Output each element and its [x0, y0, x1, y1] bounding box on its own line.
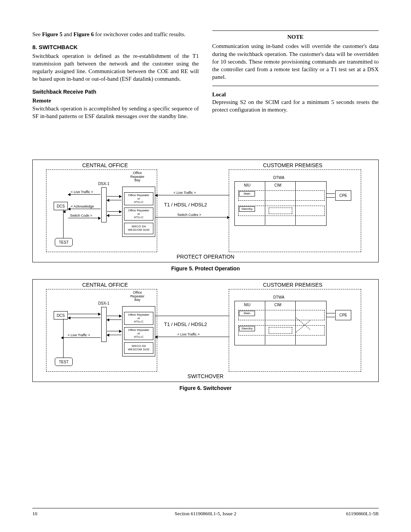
repeater-bottom: Office Repeater or HTU-C: [124, 208, 153, 220]
main-box: Main: [239, 191, 255, 197]
dtwa-label: DTWA: [273, 176, 284, 180]
figure-6-frame: CENTRAL OFFICE CUSTOMER PREMISES Office …: [32, 279, 379, 382]
right-column: NOTE Communication using in-band codes w…: [212, 30, 379, 121]
dtwa-outer: [234, 181, 327, 226]
cpe-box-6: CPE: [335, 310, 351, 320]
dtwa-outer-6: [234, 301, 327, 345]
section-8-body: Switchback operation is defined as the r…: [32, 52, 199, 83]
local-body: Depressing S2 on the SCIM card for a min…: [212, 98, 379, 114]
orb-label-6: Office Repeater Bay: [126, 291, 149, 302]
cpe-box: CPE: [335, 190, 351, 201]
niu-label: NIU: [244, 184, 250, 188]
dsx1-label: DSX-1: [98, 182, 109, 186]
standby-box: Standby: [239, 206, 255, 212]
local-label: Local: [212, 91, 379, 98]
central-office-label-6: CENTRAL OFFICE: [82, 282, 128, 288]
switch-code-label: Switch Code >: [70, 214, 92, 217]
figure6-ref: Figure 6: [73, 31, 94, 37]
switch-codes-label: Switch Codes >: [177, 213, 201, 217]
dtwa-label-6: DTWA: [273, 296, 284, 300]
line-live-top: [68, 194, 100, 195]
left-column: See Figure 5 and Figure 6 for switchover…: [32, 30, 199, 121]
note-title: NOTE: [212, 33, 379, 41]
live-traffic-label-2: < Live Traffic >: [174, 191, 196, 195]
remote-body: Switchback operation is accomplished by …: [32, 105, 199, 120]
inner-standby-dash-6: [269, 327, 292, 334]
live-traffic-label-3: < Live Traffic >: [68, 334, 90, 337]
section-8-heading: 8. SWITCHBACK: [32, 43, 199, 51]
test-box-6: TEST: [55, 358, 73, 366]
switchback-receive-path-heading: Switchback Receive Path: [32, 88, 199, 96]
t1-hdsl-label: T1 / HDSL / HDSL2: [164, 202, 207, 208]
dsx1-box-6: [101, 307, 107, 342]
test-vline: [63, 209, 64, 238]
figure-6-wrap: CENTRAL OFFICE CUSTOMER PREMISES Office …: [32, 279, 379, 391]
note-block: NOTE Communication using in-band codes w…: [212, 30, 379, 86]
customer-premises-label-6: CUSTOMER PREMISES: [263, 282, 322, 288]
main-box-6: Main: [239, 311, 255, 316]
dsx1-box: [101, 187, 107, 222]
acknowledge-label: < Acknowledge: [71, 205, 94, 208]
line-ack: [68, 209, 100, 209]
orb-label: Office Repeater Bay: [126, 171, 149, 182]
line-switch-code: [68, 218, 100, 218]
page-footer: 10 Section 61190860L1-5, Issue 2 6119086…: [32, 508, 379, 517]
figure-5-caption: Figure 5. Protect Operation: [32, 265, 379, 272]
protect-operation-label: PROTECT OPERATION: [33, 254, 378, 260]
switchover-label: SWITCHOVER: [33, 373, 378, 379]
repeater-bottom-6: Office Repeater or HTU-C: [124, 327, 153, 340]
figure-5-wrap: CENTRAL OFFICE CUSTOMER PREMISES Office …: [32, 160, 379, 272]
test-box: TEST: [55, 238, 73, 246]
live-traffic-label-1: < Live Traffic >: [71, 190, 93, 194]
dcs-box-6: DCS: [54, 311, 68, 320]
inner-standby-dash: [269, 208, 292, 214]
repeater-top: Office Repeater or HTU-C: [124, 192, 153, 205]
t1-hdsl-label-6: T1 / HDSL / HDSL2: [164, 321, 207, 327]
note-body: Communication using in-band codes will o…: [212, 42, 379, 81]
standby-box-6: Standby: [239, 326, 255, 331]
weco-box-6: WECO D4 WESCOM 3192: [124, 342, 153, 354]
line-live-6: [61, 337, 100, 338]
cim-label: CIM: [274, 184, 281, 188]
niu-label-6: NIU: [244, 303, 250, 307]
figure-6-caption: Figure 6. Switchover: [32, 385, 379, 391]
weco-box: WECO D4 WESCOM 3192: [124, 223, 153, 234]
dsx1-label-6: DSX-1: [98, 302, 109, 306]
remote-label: Remote: [32, 97, 199, 104]
footer-section: Section 61190860L1-5, Issue 2: [32, 511, 379, 517]
body-columns: See Figure 5 and Figure 6 for switchover…: [32, 30, 379, 121]
intro-paragraph: See Figure 5 and Figure 6 for switchover…: [32, 30, 199, 38]
central-office-label: CENTRAL OFFICE: [82, 162, 128, 168]
figure-5-frame: CENTRAL OFFICE CUSTOMER PREMISES Office …: [32, 160, 379, 262]
line-mid-bot: [155, 217, 229, 217]
dcs-box: DCS: [54, 202, 68, 210]
customer-premises-label: CUSTOMER PREMISES: [263, 162, 322, 168]
live-traffic-label-4: < Live Traffic >: [177, 333, 200, 336]
line-mid-top: [155, 195, 229, 195]
figure5-ref: Figure 5: [42, 31, 62, 37]
repeater-top-6: Office Repeater or HTU-C: [124, 312, 153, 325]
cim-label-6: CIM: [274, 303, 281, 307]
